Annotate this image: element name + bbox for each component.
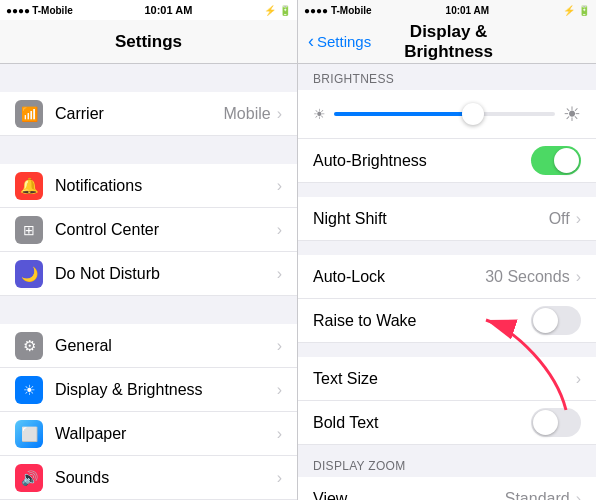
right-time: 10:01 AM [446,5,490,16]
carrier-chevron: › [277,105,282,123]
night-shift-label: Night Shift [313,210,549,228]
brightness-low-icon: ☀ [313,106,326,122]
right-row-bold-text[interactable]: Bold Text [298,401,596,445]
auto-lock-chevron: › [576,268,581,286]
view-chevron: › [576,490,581,501]
left-battery: ⚡ 🔋 [264,5,291,16]
brightness-section-header: BRIGHTNESS [298,64,596,90]
view-label: View [313,490,505,501]
brightness-slider[interactable] [334,112,555,116]
auto-lock-label: Auto-Lock [313,268,485,286]
back-label: Settings [317,33,371,50]
right-gap-2 [298,241,596,255]
brightness-slider-row[interactable]: ☀ ☀ [298,90,596,139]
left-carrier-signal: ●●●● T-Mobile [6,5,73,16]
general-icon: ⚙ [15,332,43,360]
brightness-fill [334,112,467,116]
night-shift-value: Off [549,210,570,228]
right-battery-area: ⚡ 🔋 [563,5,590,16]
sounds-icon: 🔊 [15,464,43,492]
right-signal-icon: ●●●● [304,5,328,16]
wallpaper-chevron: › [277,425,282,443]
right-row-auto-brightness[interactable]: Auto-Brightness [298,139,596,183]
carrier-label-row: Carrier [55,105,224,123]
right-nav-title: Display & Brightness [371,22,526,62]
notifications-chevron: › [277,177,282,195]
settings-row-display-brightness[interactable]: ☀ Display & Brightness › [0,368,297,412]
settings-row-notifications[interactable]: 🔔 Notifications › [0,164,297,208]
display-brightness-icon: ☀ [15,376,43,404]
right-row-auto-lock[interactable]: Auto-Lock 30 Seconds › [298,255,596,299]
auto-brightness-label: Auto-Brightness [313,152,531,170]
control-center-icon: ⊞ [15,216,43,244]
right-content: BRIGHTNESS ☀ ☀ Auto-Brightness Night Shi… [298,64,596,500]
display-brightness-label: Display & Brightness [55,381,277,399]
notifications-label: Notifications [55,177,277,195]
left-status-bar: ●●●● T-Mobile 10:01 AM ⚡ 🔋 [0,0,297,20]
do-not-disturb-label: Do Not Disturb [55,265,277,283]
right-row-night-shift[interactable]: Night Shift Off › [298,197,596,241]
settings-row-wallpaper[interactable]: ⬜ Wallpaper › [0,412,297,456]
brightness-thumb [462,103,484,125]
right-panel: ●●●● T-Mobile 10:01 AM ⚡ 🔋 ‹ Settings Di… [298,0,596,500]
sounds-label: Sounds [55,469,277,487]
right-row-text-size[interactable]: Text Size › [298,357,596,401]
left-nav-bar: Settings [0,20,297,64]
right-gap-3 [298,343,596,357]
do-not-disturb-chevron: › [277,265,282,283]
text-size-chevron: › [576,370,581,388]
right-nav-bar: ‹ Settings Display & Brightness [298,20,596,64]
battery-icon: 🔋 [279,5,291,16]
bold-text-label: Bold Text [313,414,531,432]
section-gap-3 [0,296,297,324]
toggle-thumb [554,148,579,173]
settings-row-general[interactable]: ⚙ General › [0,324,297,368]
back-button[interactable]: ‹ Settings [308,31,371,52]
right-battery-icon: 🔋 [578,5,590,16]
section-gap-2 [0,136,297,164]
notifications-icon: 🔔 [15,172,43,200]
back-chevron-icon: ‹ [308,31,314,52]
bold-text-toggle[interactable] [531,408,581,437]
settings-row-carrier[interactable]: 📶 Carrier Mobile › [0,92,297,136]
settings-row-do-not-disturb[interactable]: 🌙 Do Not Disturb › [0,252,297,296]
carrier-icon: 📶 [15,100,43,128]
control-center-chevron: › [277,221,282,239]
night-shift-chevron: › [576,210,581,228]
control-center-label: Control Center [55,221,277,239]
carrier-label: T-Mobile [32,5,73,16]
auto-lock-value: 30 Seconds [485,268,570,286]
sounds-chevron: › [277,469,282,487]
do-not-disturb-icon: 🌙 [15,260,43,288]
wallpaper-label: Wallpaper [55,425,277,443]
display-brightness-chevron: › [277,381,282,399]
raise-to-wake-label: Raise to Wake [313,312,531,330]
right-row-raise-to-wake[interactable]: Raise to Wake [298,299,596,343]
left-settings-list: 📶 Carrier Mobile › 🔔 Notifications › ⊞ C… [0,64,297,500]
text-size-label: Text Size [313,370,576,388]
raise-to-wake-thumb [533,308,558,333]
left-time: 10:01 AM [144,4,192,16]
right-row-view[interactable]: View Standard › [298,477,596,500]
section-gap-1 [0,64,297,92]
left-nav-title: Settings [115,32,182,52]
bold-text-thumb [533,410,558,435]
settings-row-sounds[interactable]: 🔊 Sounds › [0,456,297,500]
left-panel: ●●●● T-Mobile 10:01 AM ⚡ 🔋 Settings 📶 Ca… [0,0,298,500]
display-zoom-header: DISPLAY ZOOM [298,451,596,477]
right-carrier-label: T-Mobile [331,5,372,16]
auto-brightness-toggle[interactable] [531,146,581,175]
right-carrier-signal: ●●●● T-Mobile [304,5,372,16]
right-status-bar: ●●●● T-Mobile 10:01 AM ⚡ 🔋 [298,0,596,20]
right-gap-1 [298,183,596,197]
bluetooth-icon: ⚡ [264,5,276,16]
view-value: Standard [505,490,570,501]
general-chevron: › [277,337,282,355]
brightness-high-icon: ☀ [563,102,581,126]
settings-row-control-center[interactable]: ⊞ Control Center › [0,208,297,252]
general-label: General [55,337,277,355]
wallpaper-icon: ⬜ [15,420,43,448]
right-bluetooth-icon: ⚡ [563,5,575,16]
raise-to-wake-toggle[interactable] [531,306,581,335]
signal-icon: ●●●● [6,5,30,16]
